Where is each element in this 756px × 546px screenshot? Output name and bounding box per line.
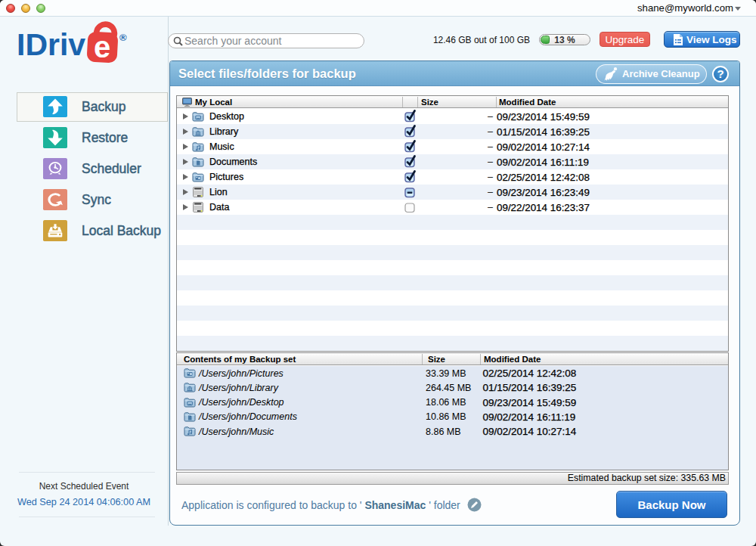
svg-text:e: e bbox=[94, 30, 110, 64]
